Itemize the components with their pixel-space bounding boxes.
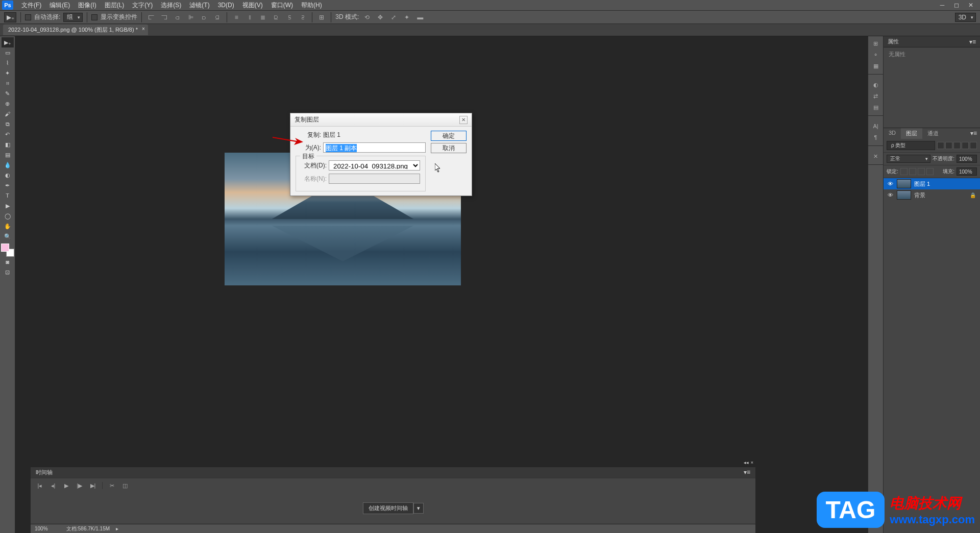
timeline-next-frame[interactable]: |▶ bbox=[76, 481, 84, 490]
menu-filter[interactable]: 滤镜(T) bbox=[185, 0, 213, 11]
pen-tool[interactable]: ✒ bbox=[2, 180, 14, 190]
path-selection-tool[interactable]: ▶ bbox=[2, 201, 14, 211]
lock-artboard-icon[interactable] bbox=[926, 168, 934, 175]
timeline-last-frame[interactable]: ▶| bbox=[89, 481, 97, 490]
eye-icon[interactable]: 👁 bbox=[886, 190, 895, 200]
distribute-icon-2[interactable]: ⦀ bbox=[244, 13, 255, 22]
distribute-icon-4[interactable]: ⫒ bbox=[271, 13, 281, 22]
menu-3d[interactable]: 3D(D) bbox=[214, 1, 238, 10]
tab-3d[interactable]: 3D bbox=[884, 128, 901, 139]
presets-icon[interactable]: ✕ bbox=[871, 151, 881, 161]
arrange-icon[interactable]: ⊞ bbox=[316, 13, 327, 22]
lock-position-icon[interactable] bbox=[909, 168, 916, 175]
align-icon-2[interactable]: ⫎ bbox=[159, 13, 169, 22]
create-video-timeline-button[interactable]: 创建视频时间轴 bbox=[363, 502, 413, 514]
magic-wand-tool[interactable]: ✦ bbox=[2, 68, 14, 78]
lock-all-icon[interactable] bbox=[918, 168, 925, 175]
3d-icon-1[interactable]: ⟲ bbox=[362, 13, 372, 22]
properties-menu-icon[interactable]: ▾≡ bbox=[969, 38, 976, 45]
dialog-close-button[interactable]: ✕ bbox=[459, 116, 468, 124]
color-swatches[interactable] bbox=[1, 244, 14, 257]
dodge-tool[interactable]: ◐ bbox=[2, 170, 14, 180]
healing-tool[interactable]: ⊕ bbox=[2, 99, 14, 109]
blend-mode-dropdown[interactable]: 正常 bbox=[887, 155, 930, 163]
dialog-cancel-button[interactable]: 取消 bbox=[431, 143, 467, 153]
paragraph-icon[interactable]: ¶ bbox=[871, 132, 881, 142]
panel-close-icon[interactable]: × bbox=[751, 460, 753, 465]
menu-file[interactable]: 文件(F) bbox=[17, 0, 45, 11]
menu-edit[interactable]: 编辑(E) bbox=[45, 0, 74, 11]
3d-icon-4[interactable]: ✦ bbox=[402, 13, 412, 22]
layers-icon-rail[interactable]: ⇄ bbox=[871, 91, 881, 101]
minimize-button[interactable]: ─ bbox=[935, 1, 949, 10]
workspace-dropdown[interactable]: 3D bbox=[955, 13, 976, 22]
lock-pixels-icon[interactable] bbox=[900, 168, 908, 175]
dialog-ok-button[interactable]: 确定 bbox=[431, 131, 467, 141]
current-tool-icon[interactable]: ▶₊ bbox=[4, 12, 16, 22]
brush-tool[interactable]: 🖌 bbox=[2, 109, 14, 119]
tab-channels[interactable]: 通道 bbox=[922, 128, 944, 139]
auto-select-dropdown[interactable]: 组 bbox=[63, 13, 83, 22]
timeline-prev-frame[interactable]: ◂| bbox=[49, 481, 57, 490]
as-input[interactable]: 图层 1 副本 bbox=[323, 142, 426, 153]
menu-image[interactable]: 图像(I) bbox=[74, 0, 100, 11]
doc-select[interactable]: 2022-10-04_093128.png bbox=[329, 160, 420, 171]
layer-row-background[interactable]: 👁 背景 🔒 bbox=[884, 189, 980, 201]
menu-type[interactable]: 文字(Y) bbox=[128, 0, 157, 11]
3d-icon-2[interactable]: ✥ bbox=[375, 13, 385, 22]
distribute-icon-3[interactable]: ≣ bbox=[258, 13, 268, 22]
eraser-tool[interactable]: ◧ bbox=[2, 139, 14, 150]
character-icon[interactable]: A| bbox=[871, 121, 881, 131]
styles-icon[interactable]: ▦ bbox=[871, 61, 881, 71]
timeline-first-frame[interactable]: |◂ bbox=[36, 481, 44, 490]
maximize-button[interactable]: ◻ bbox=[949, 1, 964, 10]
doc-info-arrow[interactable]: ▸ bbox=[116, 526, 118, 531]
3d-icon-3[interactable]: ⤢ bbox=[388, 13, 399, 22]
swatches-icon[interactable]: ⚬ bbox=[871, 50, 881, 60]
hand-tool[interactable]: ✋ bbox=[2, 221, 14, 231]
menu-layer[interactable]: 图层(L) bbox=[101, 0, 129, 11]
zoom-value[interactable]: 100% bbox=[35, 526, 60, 531]
3d-icon-5[interactable]: ▬ bbox=[415, 13, 425, 22]
channels-icon-rail[interactable]: ▤ bbox=[871, 102, 881, 112]
timeline-scissors-icon[interactable]: ✂ bbox=[108, 481, 116, 490]
menu-window[interactable]: 窗口(W) bbox=[267, 0, 297, 11]
menu-select[interactable]: 选择(S) bbox=[157, 0, 185, 11]
align-icon-1[interactable]: ⫍ bbox=[146, 13, 156, 22]
align-icon-3[interactable]: ⫏ bbox=[173, 13, 183, 22]
quick-mask-tool[interactable]: ◙ bbox=[2, 257, 14, 267]
lasso-tool[interactable]: ⌇ bbox=[2, 58, 14, 68]
tab-layers[interactable]: 图层 bbox=[901, 128, 922, 139]
distribute-icon-6[interactable]: ⫔ bbox=[298, 13, 308, 22]
opacity-value[interactable]: 100% bbox=[957, 155, 977, 163]
filter-shape-icon[interactable] bbox=[962, 142, 969, 149]
screen-mode-tool[interactable]: ⊡ bbox=[2, 267, 14, 277]
layers-menu-icon[interactable]: ▾≡ bbox=[967, 128, 980, 139]
close-button[interactable]: ✕ bbox=[964, 1, 978, 10]
layer-filter-dropdown[interactable]: ρ 类型 bbox=[887, 141, 935, 150]
foreground-color[interactable] bbox=[1, 244, 9, 252]
dialog-title-bar[interactable]: 复制图层 ✕ bbox=[290, 113, 472, 127]
canvas-area[interactable]: ◂◂ × 时间轴 ▾≡ |◂ ◂| ▶ |▶ ▶| ✂ ◫ 创建视频时间轴 bbox=[15, 36, 868, 533]
blur-tool[interactable]: 💧 bbox=[2, 160, 14, 170]
gradient-tool[interactable]: ▤ bbox=[2, 150, 14, 160]
align-icon-6[interactable]: ⫑ bbox=[212, 13, 223, 22]
timeline-menu-icon[interactable]: ▾≡ bbox=[744, 469, 750, 476]
eye-icon[interactable]: 👁 bbox=[886, 179, 895, 188]
adjustments-icon[interactable]: ◐ bbox=[871, 80, 881, 90]
align-icon-5[interactable]: ⫐ bbox=[199, 13, 209, 22]
layer-row-1[interactable]: 👁 图层 1 bbox=[884, 178, 980, 189]
filter-type-icon[interactable] bbox=[953, 142, 961, 149]
type-tool[interactable]: T bbox=[2, 190, 14, 201]
zoom-tool[interactable]: 🔍 bbox=[2, 231, 14, 241]
timeline-play[interactable]: ▶ bbox=[62, 481, 70, 490]
filter-adjustment-icon[interactable] bbox=[945, 142, 952, 149]
shape-tool[interactable]: ◯ bbox=[2, 211, 14, 221]
filter-pixel-icon[interactable] bbox=[937, 142, 944, 149]
timeline-transition-icon[interactable]: ◫ bbox=[121, 481, 129, 490]
distribute-icon-1[interactable]: ≡ bbox=[231, 13, 241, 22]
menu-help[interactable]: 帮助(H) bbox=[297, 0, 326, 11]
history-icon[interactable]: ⊞ bbox=[871, 38, 881, 49]
auto-select-checkbox[interactable] bbox=[25, 14, 31, 20]
eyedropper-tool[interactable]: ✎ bbox=[2, 88, 14, 99]
